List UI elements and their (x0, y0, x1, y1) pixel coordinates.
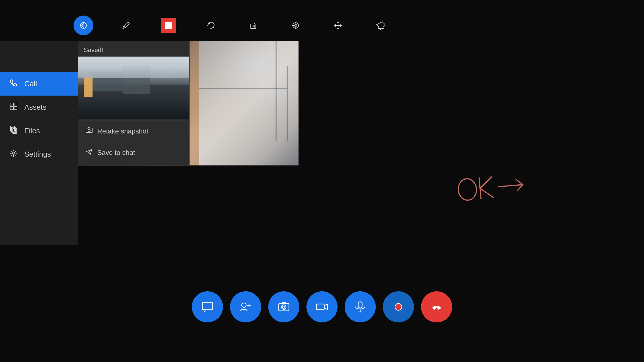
sidebar-item-settings-label: Settings (24, 150, 51, 159)
svg-rect-35 (358, 302, 362, 308)
svg-point-10 (12, 152, 15, 154)
sidebar-item-files[interactable]: Files (0, 119, 78, 143)
end-call-button[interactable] (421, 291, 452, 322)
retake-snapshot-label: Retake snapshot (97, 127, 148, 135)
svg-point-40 (458, 178, 477, 201)
sidebar-item-files-label: Files (24, 126, 40, 135)
svg-rect-4 (10, 107, 14, 110)
camera-button[interactable] (306, 291, 338, 322)
target-button[interactable] (286, 16, 306, 35)
record-button[interactable] (383, 291, 414, 322)
chat-button[interactable] (192, 291, 223, 322)
toolbar (74, 16, 390, 35)
microphone-button[interactable] (345, 291, 376, 322)
add-participant-button[interactable] (230, 291, 261, 322)
svg-rect-5 (14, 103, 17, 106)
svg-point-38 (396, 304, 401, 310)
saved-label: Saved! (78, 41, 189, 57)
factory-image (78, 57, 189, 119)
svg-rect-8 (12, 127, 16, 132)
snapshot-actions: Retake snapshot Save to chat (78, 119, 189, 165)
delete-button[interactable] (243, 16, 263, 35)
retake-snapshot-button[interactable]: Retake snapshot (78, 120, 189, 142)
send-icon (85, 148, 93, 158)
settings-icon (8, 149, 19, 160)
snapshot-popup: Saved! Retake snapshot (78, 41, 190, 165)
svg-rect-26 (202, 302, 212, 310)
stop-square (165, 22, 172, 29)
retake-icon (85, 126, 93, 136)
factory-vehicle (84, 75, 93, 97)
svg-line-42 (498, 185, 522, 187)
call-icon (8, 78, 19, 89)
svg-point-27 (242, 303, 246, 307)
svg-point-31 (282, 305, 286, 309)
save-to-chat-button[interactable]: Save to chat (78, 142, 189, 163)
save-to-chat-label: Save to chat (97, 149, 135, 157)
stop-recording-button[interactable] (158, 16, 178, 35)
move-button[interactable] (328, 16, 348, 35)
sidebar-item-assets[interactable]: Assets (0, 96, 78, 119)
svg-point-24 (88, 129, 90, 132)
pin-button[interactable] (371, 16, 390, 35)
svg-rect-34 (316, 304, 324, 310)
pen-button[interactable] (116, 16, 136, 35)
window-frame-v (287, 66, 287, 141)
window-frame-h (199, 89, 287, 89)
undo-button[interactable] (201, 16, 221, 35)
sidebar-item-call-label: Call (24, 79, 37, 88)
svg-point-17 (295, 24, 297, 27)
window-frame-v2 (276, 41, 276, 141)
sidebar-item-assets-label: Assets (24, 103, 46, 112)
svg-rect-23 (86, 128, 92, 133)
ink-back-button[interactable] (74, 16, 93, 35)
svg-rect-6 (14, 107, 17, 110)
snapshot-preview-image (78, 57, 189, 119)
sidebar-item-call[interactable]: Call (0, 72, 78, 96)
svg-point-32 (283, 306, 285, 308)
sidebar-nav: Call Assets Files (0, 72, 78, 166)
files-icon (8, 125, 19, 136)
snapshot-button[interactable] (268, 291, 299, 322)
bottom-controls (192, 291, 452, 322)
sidebar-item-settings[interactable]: Settings (0, 143, 78, 166)
stop-icon (161, 18, 176, 33)
factory-ceiling (78, 57, 189, 78)
svg-rect-3 (10, 103, 14, 106)
video-bg-window (199, 41, 299, 165)
svg-line-41 (479, 178, 481, 199)
assets-icon (8, 102, 19, 113)
